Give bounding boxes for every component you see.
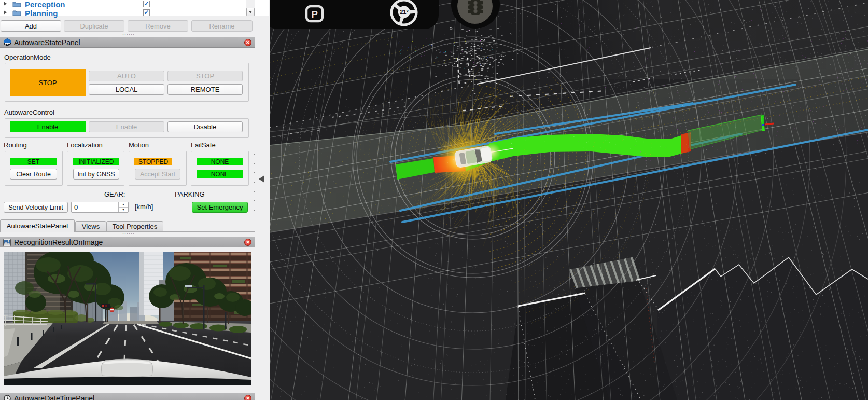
svg-text:P: P	[311, 9, 318, 20]
svg-text:21°: 21°	[400, 9, 409, 15]
